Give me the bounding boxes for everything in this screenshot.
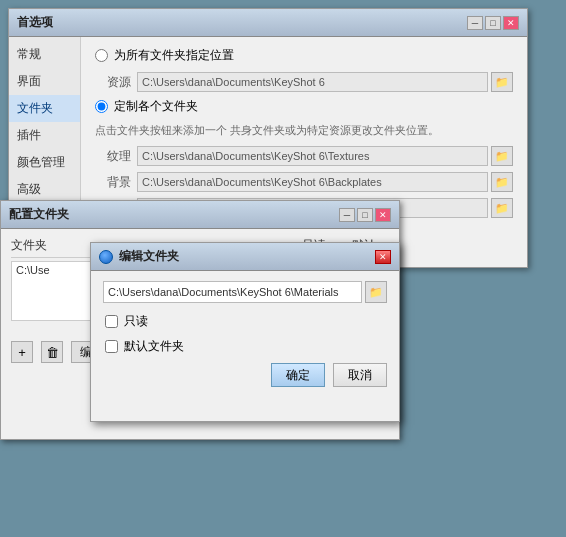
environment-folder-button[interactable]: 📁 <box>491 198 513 218</box>
main-titlebar-controls: ─ □ ✕ <box>467 16 519 30</box>
edit-readonly-label: 只读 <box>124 313 148 330</box>
minimize-button[interactable]: ─ <box>467 16 483 30</box>
edit-default-row: 默认文件夹 <box>103 338 387 355</box>
dialog-icon <box>99 250 113 264</box>
edit-default-label: 默认文件夹 <box>124 338 184 355</box>
config-titlebar: 配置文件夹 ─ □ ✕ <box>1 201 399 229</box>
edit-default-checkbox[interactable] <box>105 340 118 353</box>
background-folder-button[interactable]: 📁 <box>491 172 513 192</box>
custom-folders-radio-row: 定制各个文件夹 <box>95 98 513 115</box>
source-input[interactable] <box>137 72 488 92</box>
texture-folder-button[interactable]: 📁 <box>491 146 513 166</box>
maximize-button[interactable]: □ <box>485 16 501 30</box>
sidebar-item-plugins[interactable]: 插件 <box>9 122 80 149</box>
all-folders-radio-row: 为所有文件夹指定位置 <box>95 47 513 64</box>
sidebar-item-interface[interactable]: 界面 <box>9 68 80 95</box>
row-folder-value: C:\Use <box>16 264 50 276</box>
all-folders-radio[interactable] <box>95 49 108 62</box>
edit-readonly-checkbox[interactable] <box>105 315 118 328</box>
background-input[interactable] <box>137 172 488 192</box>
background-field-row: 背景 📁 <box>95 172 513 192</box>
edit-action-buttons: 确定 取消 <box>103 363 387 387</box>
edit-close-button[interactable]: ✕ <box>375 250 391 264</box>
delete-folder-button[interactable]: 🗑 <box>41 341 63 363</box>
hint-text: 点击文件夹按钮来添加一个 共身文件夹或为特定资源更改文件夹位置。 <box>95 123 513 138</box>
main-title: 首选项 <box>17 14 53 31</box>
sidebar-item-color-management[interactable]: 颜色管理 <box>9 149 80 176</box>
sidebar-item-general[interactable]: 常规 <box>9 41 80 68</box>
config-close-button[interactable]: ✕ <box>375 208 391 222</box>
edit-titlebar-left: 编辑文件夹 <box>99 248 179 265</box>
config-titlebar-controls: ─ □ ✕ <box>339 208 391 222</box>
custom-folders-label: 定制各个文件夹 <box>114 98 198 115</box>
edit-path-row: 📁 <box>103 281 387 303</box>
config-minimize-button[interactable]: ─ <box>339 208 355 222</box>
background-label: 背景 <box>95 174 131 191</box>
edit-path-input[interactable] <box>103 281 362 303</box>
edit-dialog-title: 编辑文件夹 <box>119 248 179 265</box>
main-titlebar: 首选项 ─ □ ✕ <box>9 9 527 37</box>
all-folders-label: 为所有文件夹指定位置 <box>114 47 234 64</box>
custom-folders-radio[interactable] <box>95 100 108 113</box>
close-button[interactable]: ✕ <box>503 16 519 30</box>
source-folder-button[interactable]: 📁 <box>491 72 513 92</box>
add-folder-button[interactable]: + <box>11 341 33 363</box>
edit-folder-dialog: 编辑文件夹 ✕ 📁 只读 默认文件夹 确定 取消 <box>90 242 400 422</box>
config-title: 配置文件夹 <box>9 206 69 223</box>
source-label: 资源 <box>95 74 131 91</box>
source-field-row: 资源 📁 <box>95 72 513 92</box>
sidebar-item-advanced[interactable]: 高级 <box>9 176 80 203</box>
edit-dialog-content: 📁 只读 默认文件夹 确定 取消 <box>91 271 399 397</box>
texture-input[interactable] <box>137 146 488 166</box>
texture-field-row: 纹理 📁 <box>95 146 513 166</box>
texture-label: 纹理 <box>95 148 131 165</box>
edit-cancel-button[interactable]: 取消 <box>333 363 387 387</box>
edit-folder-browse-button[interactable]: 📁 <box>365 281 387 303</box>
edit-titlebar: 编辑文件夹 ✕ <box>91 243 399 271</box>
config-maximize-button[interactable]: □ <box>357 208 373 222</box>
edit-readonly-row: 只读 <box>103 313 387 330</box>
edit-confirm-button[interactable]: 确定 <box>271 363 325 387</box>
sidebar-item-folders[interactable]: 文件夹 <box>9 95 80 122</box>
